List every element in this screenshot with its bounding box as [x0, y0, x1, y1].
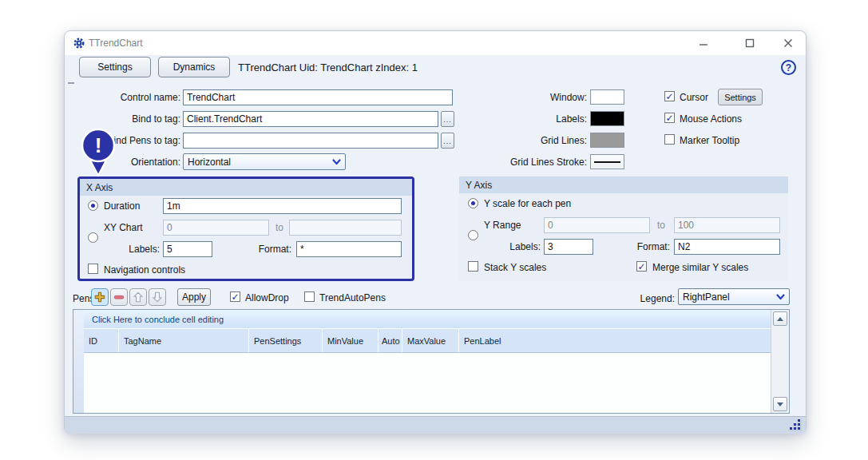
bind-pens-to-tag-input[interactable]: [183, 133, 438, 149]
close-icon: [783, 38, 793, 48]
x-axis-duration-input[interactable]: [163, 198, 402, 214]
apply-button-label: Apply: [182, 291, 206, 303]
grid-lines-color-swatch[interactable]: [590, 133, 624, 148]
window-swatch-label: Window:: [480, 89, 587, 105]
marker-tooltip-label[interactable]: Marker Tooltip: [680, 133, 739, 149]
chevron-down-icon: [332, 159, 341, 165]
navigation-controls-checkbox[interactable]: [88, 264, 98, 274]
marker-tooltip-checkbox[interactable]: [664, 134, 675, 145]
y-axis-group-header: Y Axis: [459, 176, 788, 194]
legend-combobox[interactable]: RightPanel: [678, 288, 790, 305]
x-axis-duration-radio[interactable]: [88, 200, 98, 211]
stack-y-scales-label[interactable]: Stack Y scales: [484, 260, 546, 276]
y-range-from-input[interactable]: [544, 217, 650, 233]
orientation-combobox[interactable]: Horizontal: [183, 153, 346, 170]
resize-grip-icon[interactable]: [787, 418, 802, 431]
tab-dynamics[interactable]: Dynamics: [158, 57, 230, 77]
y-axis-format-input[interactable]: [674, 239, 780, 255]
gear-icon: [73, 38, 85, 49]
cursor-settings-button-label: Settings: [724, 93, 756, 102]
labels-swatch-label: Labels:: [480, 111, 587, 127]
control-name-input[interactable]: [183, 89, 453, 105]
y-axis-to-label: to: [657, 217, 665, 233]
y-scale-each-pen-radio[interactable]: [468, 198, 478, 208]
trend-auto-pens-checkbox[interactable]: [304, 291, 315, 302]
window-color-swatch[interactable]: [590, 89, 624, 105]
column-header-penlabel[interactable]: PenLabel: [459, 329, 772, 352]
y-axis-labels-label: Labels:: [477, 239, 541, 255]
pens-grid: Click Here to conclude cell editing ID T…: [73, 309, 790, 414]
grid-lines-stroke-label: Grid Lines Stroke:: [480, 154, 587, 170]
column-header-pensettings[interactable]: PenSettings: [249, 329, 323, 352]
y-range-to-input[interactable]: [674, 217, 780, 233]
mouse-actions-label[interactable]: Mouse Actions: [680, 111, 742, 127]
desktop: TTrendChart Settings Dynamics TTrendChar…: [0, 0, 868, 460]
column-header-tagname[interactable]: TagName: [119, 329, 249, 352]
x-axis-group: X Axis Duration XY Chart to Labels: Form…: [77, 176, 414, 281]
x-axis-xy-chart-label[interactable]: XY Chart: [104, 220, 142, 236]
y-axis-format-label: Format:: [606, 239, 670, 255]
grid-vertical-scrollbar[interactable]: [771, 310, 789, 413]
exclamation-pin-icon: !: [77, 125, 119, 178]
x-axis-labels-input[interactable]: [163, 241, 212, 257]
merge-similar-y-scales-checkbox[interactable]: ✓: [636, 261, 647, 272]
title-bar[interactable]: TTrendChart: [65, 31, 806, 56]
bind-pens-to-tag-browse-button[interactable]: ...: [441, 133, 454, 149]
y-scale-each-pen-label[interactable]: Y scale for each pen: [484, 196, 571, 212]
move-pen-down-button[interactable]: [149, 288, 166, 306]
allow-drop-checkbox[interactable]: ✓: [230, 291, 240, 302]
x-axis-format-label: Format:: [224, 241, 291, 257]
grid-header-row: ID TagName PenSettings MinValue Auto Max…: [84, 329, 772, 353]
add-pen-button[interactable]: [91, 288, 109, 306]
arrow-up-icon: [131, 290, 145, 304]
dialog-heading: TTrendChart Uid: TrendChart zIndex: 1: [238, 61, 418, 73]
svg-text:!: !: [95, 133, 102, 157]
chevron-down-icon: [776, 294, 785, 300]
x-axis-xy-to-input[interactable]: [289, 220, 402, 236]
stack-y-scales-checkbox[interactable]: [468, 261, 478, 272]
minimize-button[interactable]: [696, 36, 711, 50]
cursor-label[interactable]: Cursor: [680, 89, 708, 105]
x-axis-format-input[interactable]: [296, 241, 402, 257]
x-axis-xy-from-input[interactable]: [163, 220, 269, 236]
close-button[interactable]: [781, 36, 795, 50]
bind-to-tag-label: Bind to tag:: [65, 111, 180, 127]
grid-lines-stroke-button[interactable]: [590, 154, 624, 169]
cursor-checkbox[interactable]: ✓: [664, 91, 675, 101]
y-axis-group: Y Axis Y scale for each pen Y Range to L…: [459, 176, 788, 281]
grid-row-selector-column: [73, 310, 85, 413]
navigation-controls-label[interactable]: Navigation controls: [104, 262, 185, 278]
column-header-minvalue[interactable]: MinValue: [323, 329, 379, 352]
apply-button[interactable]: Apply: [177, 288, 211, 306]
bind-to-tag-browse-button[interactable]: ...: [441, 111, 454, 127]
x-axis-duration-label[interactable]: Duration: [104, 198, 140, 214]
window-title: TTrendChart: [89, 38, 143, 49]
move-pen-up-button[interactable]: [129, 288, 147, 306]
tab-settings[interactable]: Settings: [79, 57, 151, 77]
cursor-settings-button[interactable]: Settings: [718, 89, 763, 105]
scroll-up-button[interactable]: [773, 311, 787, 326]
bind-to-tag-input[interactable]: [183, 111, 438, 127]
remove-pen-button[interactable]: [110, 288, 128, 306]
help-button[interactable]: ?: [781, 60, 796, 75]
legend-value: RightPanel: [683, 291, 730, 303]
column-header-auto[interactable]: Auto: [379, 329, 402, 352]
scroll-down-icon: [777, 402, 783, 406]
column-header-maxvalue[interactable]: MaxValue: [402, 329, 459, 352]
x-axis-to-label: to: [275, 220, 283, 236]
mouse-actions-checkbox[interactable]: ✓: [664, 113, 675, 123]
scroll-up-icon: [777, 317, 783, 321]
grid-body[interactable]: [84, 353, 772, 413]
y-axis-labels-input[interactable]: [544, 239, 593, 255]
trend-auto-pens-label[interactable]: TrendAutoPens: [319, 290, 386, 306]
column-header-id[interactable]: ID: [84, 329, 119, 352]
y-range-label[interactable]: Y Range: [484, 217, 521, 233]
labels-color-swatch[interactable]: [590, 111, 624, 126]
arrow-down-icon: [150, 290, 164, 304]
grid-caption-bar[interactable]: Click Here to conclude cell editing: [84, 310, 772, 329]
allow-drop-label[interactable]: AllowDrop: [245, 290, 289, 306]
maximize-button[interactable]: [743, 36, 757, 50]
merge-similar-y-scales-label[interactable]: Merge similar Y scales: [652, 260, 748, 276]
scroll-down-button[interactable]: [773, 397, 787, 411]
minimize-icon: [699, 38, 708, 48]
